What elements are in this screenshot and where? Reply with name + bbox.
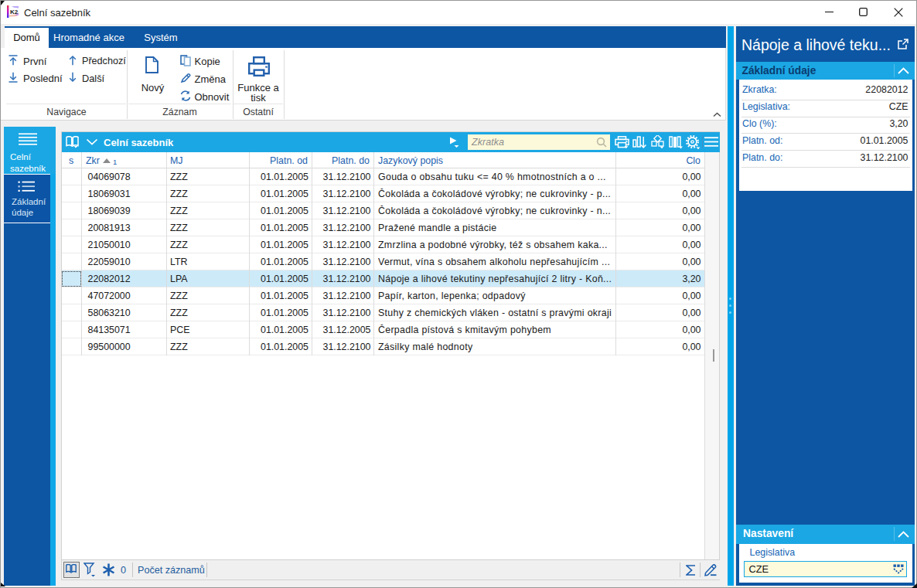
svg-text:K2: K2 [10, 8, 19, 15]
